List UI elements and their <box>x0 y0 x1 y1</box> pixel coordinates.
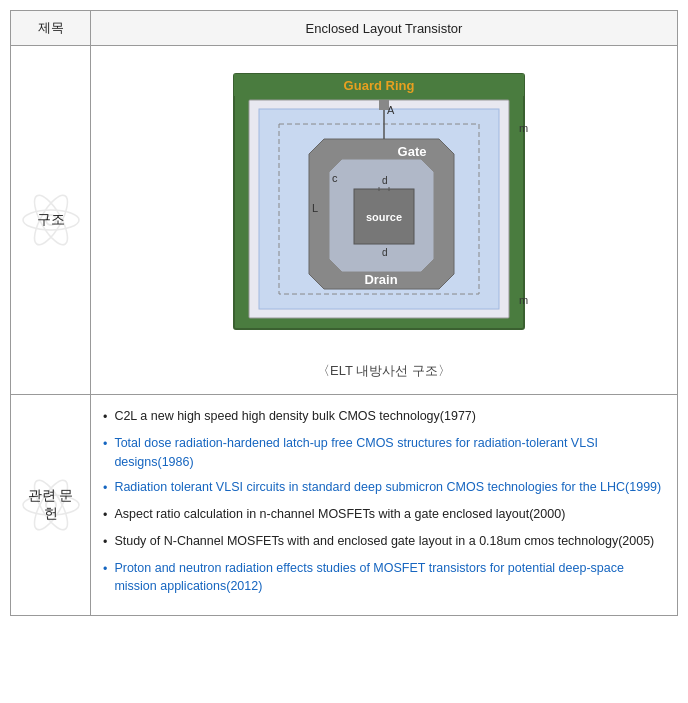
svg-text:A: A <box>387 104 395 116</box>
header-title: Enclosed Layout Transistor <box>306 21 463 36</box>
list-item: Study of N-Channel MOSFETs with and encl… <box>103 532 665 552</box>
references-label-cell: 관련 문헌 <box>11 395 91 616</box>
list-item: Aspect ratio calculation in n-channel MO… <box>103 505 665 525</box>
header-row: 제목 Enclosed Layout Transistor <box>11 11 678 46</box>
svg-text:d: d <box>382 175 388 186</box>
header-content-cell: Enclosed Layout Transistor <box>91 11 678 46</box>
list-item: Radiation tolerant VLSI circuits in stan… <box>103 478 665 498</box>
references-content-cell: C2L a new high speed high density bulk C… <box>91 395 678 616</box>
svg-text:d: d <box>382 247 388 258</box>
diagram-caption: 〈ELT 내방사선 구조〉 <box>317 362 451 380</box>
references-list: C2L a new high speed high density bulk C… <box>103 403 665 607</box>
svg-text:Gate: Gate <box>398 144 427 159</box>
elt-diagram-svg: Guard Ring source <box>224 64 544 354</box>
references-row: 관련 문헌 C2L a new high speed high density … <box>11 395 678 616</box>
main-table: 제목 Enclosed Layout Transistor 구조 <box>10 10 678 616</box>
structure-row: 구조 Guard Ring <box>11 46 678 395</box>
svg-text:Drain: Drain <box>364 272 397 287</box>
header-label: 제목 <box>38 20 64 35</box>
list-item: Proton and neutron radiation effects stu… <box>103 559 665 597</box>
svg-text:Guard Ring: Guard Ring <box>344 78 415 93</box>
structure-label-cell: 구조 <box>11 46 91 395</box>
list-item: C2L a new high speed high density bulk C… <box>103 407 665 427</box>
svg-text:L: L <box>312 202 318 214</box>
svg-text:source: source <box>366 211 402 223</box>
svg-text:m: m <box>519 294 528 306</box>
svg-text:c: c <box>332 172 338 184</box>
header-label-cell: 제목 <box>11 11 91 46</box>
structure-label: 구조 <box>37 211 65 229</box>
list-item: Total dose radiation-hardened latch-up f… <box>103 434 665 472</box>
structure-content-cell: Guard Ring source <box>91 46 678 395</box>
svg-text:m: m <box>519 122 528 134</box>
elt-diagram-wrapper: Guard Ring source <box>103 54 665 386</box>
references-label: 관련 문헌 <box>23 487 78 523</box>
